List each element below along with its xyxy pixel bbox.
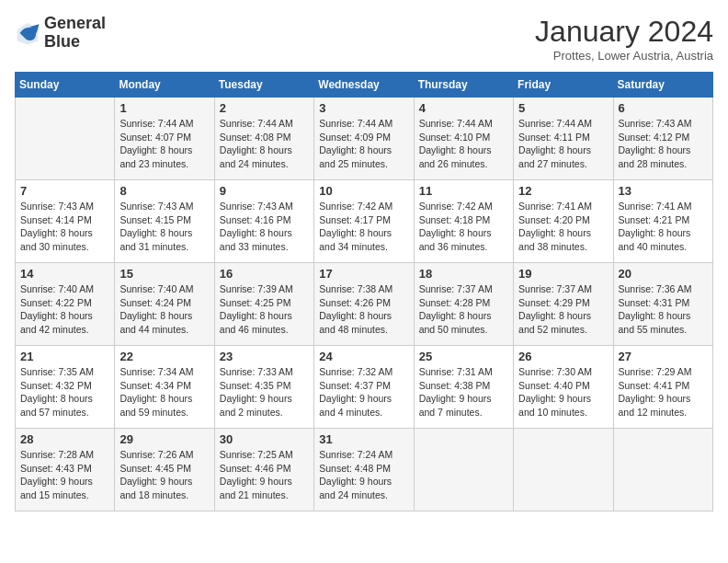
day-info: Sunrise: 7:44 AM Sunset: 4:07 PM Dayligh… (119, 117, 209, 171)
week-row-1: 1Sunrise: 7:44 AM Sunset: 4:07 PM Daylig… (16, 98, 713, 180)
day-info: Sunrise: 7:32 AM Sunset: 4:37 PM Dayligh… (319, 365, 408, 419)
day-info: Sunrise: 7:25 AM Sunset: 4:46 PM Dayligh… (220, 448, 309, 502)
calendar-cell: 19Sunrise: 7:37 AM Sunset: 4:29 PM Dayli… (514, 263, 613, 346)
day-info: Sunrise: 7:44 AM Sunset: 4:09 PM Dayligh… (319, 117, 408, 171)
logo-text: General Blue (44, 15, 106, 52)
logo-line1: General (44, 15, 106, 33)
calendar-cell: 3Sunrise: 7:44 AM Sunset: 4:09 PM Daylig… (314, 98, 414, 180)
column-header-friday: Friday (514, 73, 613, 98)
calendar-cell: 11Sunrise: 7:42 AM Sunset: 4:18 PM Dayli… (414, 180, 513, 263)
column-header-thursday: Thursday (414, 73, 513, 98)
day-number: 24 (319, 350, 408, 363)
week-row-2: 7Sunrise: 7:43 AM Sunset: 4:14 PM Daylig… (16, 180, 713, 263)
day-number: 9 (220, 184, 309, 198)
day-number: 10 (319, 184, 408, 198)
week-row-5: 28Sunrise: 7:28 AM Sunset: 4:43 PM Dayli… (16, 429, 713, 511)
column-header-saturday: Saturday (613, 73, 712, 98)
day-number: 4 (419, 101, 508, 115)
column-header-monday: Monday (115, 73, 214, 98)
logo-line2: Blue (44, 33, 106, 52)
calendar-cell: 13Sunrise: 7:41 AM Sunset: 4:21 PM Dayli… (613, 180, 712, 263)
day-number: 14 (20, 267, 109, 281)
day-info: Sunrise: 7:39 AM Sunset: 4:25 PM Dayligh… (220, 282, 309, 337)
calendar-cell (16, 98, 115, 180)
calendar-cell: 8Sunrise: 7:43 AM Sunset: 4:15 PM Daylig… (115, 180, 214, 263)
calendar-cell: 5Sunrise: 7:44 AM Sunset: 4:11 PM Daylig… (514, 98, 613, 180)
day-info: Sunrise: 7:26 AM Sunset: 4:45 PM Dayligh… (119, 448, 209, 502)
day-number: 25 (419, 350, 508, 363)
day-info: Sunrise: 7:35 AM Sunset: 4:32 PM Dayligh… (20, 365, 109, 419)
day-info: Sunrise: 7:43 AM Sunset: 4:14 PM Dayligh… (20, 200, 109, 254)
calendar-cell (514, 429, 613, 511)
day-number: 16 (220, 267, 309, 281)
day-info: Sunrise: 7:30 AM Sunset: 4:40 PM Dayligh… (518, 365, 608, 419)
calendar-cell: 15Sunrise: 7:40 AM Sunset: 4:24 PM Dayli… (115, 263, 214, 346)
day-number: 1 (119, 101, 209, 115)
day-number: 13 (619, 184, 708, 198)
day-info: Sunrise: 7:43 AM Sunset: 4:15 PM Dayligh… (119, 200, 209, 254)
day-number: 29 (119, 432, 209, 446)
day-number: 2 (220, 101, 309, 115)
day-number: 19 (518, 267, 608, 281)
day-number: 17 (319, 267, 408, 281)
calendar-cell: 14Sunrise: 7:40 AM Sunset: 4:22 PM Dayli… (16, 263, 115, 346)
day-info: Sunrise: 7:43 AM Sunset: 4:12 PM Dayligh… (619, 117, 708, 171)
day-info: Sunrise: 7:44 AM Sunset: 4:10 PM Dayligh… (419, 117, 508, 171)
day-number: 3 (319, 101, 408, 115)
calendar-cell (414, 429, 513, 511)
day-number: 28 (20, 432, 109, 446)
calendar-cell: 29Sunrise: 7:26 AM Sunset: 4:45 PM Dayli… (115, 429, 214, 511)
calendar-cell (613, 429, 712, 511)
calendar-cell: 21Sunrise: 7:35 AM Sunset: 4:32 PM Dayli… (16, 346, 115, 429)
calendar-cell: 30Sunrise: 7:25 AM Sunset: 4:46 PM Dayli… (214, 429, 313, 511)
calendar-cell: 25Sunrise: 7:31 AM Sunset: 4:38 PM Dayli… (414, 346, 513, 429)
title-block: January 2024 Prottes, Lower Austria, Aus… (535, 15, 713, 63)
day-number: 15 (119, 267, 209, 281)
calendar-title: January 2024 (535, 15, 713, 49)
day-number: 8 (119, 184, 209, 198)
day-number: 18 (419, 267, 508, 281)
day-info: Sunrise: 7:43 AM Sunset: 4:16 PM Dayligh… (220, 200, 309, 254)
day-number: 7 (20, 184, 109, 198)
column-header-tuesday: Tuesday (214, 73, 313, 98)
calendar-header: SundayMondayTuesdayWednesdayThursdayFrid… (16, 73, 713, 98)
week-row-4: 21Sunrise: 7:35 AM Sunset: 4:32 PM Dayli… (16, 346, 713, 429)
day-number: 11 (419, 184, 508, 198)
day-number: 20 (619, 267, 708, 281)
calendar-cell: 4Sunrise: 7:44 AM Sunset: 4:10 PM Daylig… (414, 98, 513, 180)
calendar-cell: 17Sunrise: 7:38 AM Sunset: 4:26 PM Dayli… (314, 263, 414, 346)
column-header-wednesday: Wednesday (314, 73, 414, 98)
day-number: 31 (319, 432, 408, 446)
day-info: Sunrise: 7:29 AM Sunset: 4:41 PM Dayligh… (619, 365, 708, 419)
day-number: 23 (220, 350, 309, 363)
day-number: 27 (619, 350, 708, 363)
calendar-subtitle: Prottes, Lower Austria, Austria (535, 49, 713, 63)
column-header-sunday: Sunday (16, 73, 115, 98)
day-info: Sunrise: 7:33 AM Sunset: 4:35 PM Dayligh… (220, 365, 309, 419)
header-row: SundayMondayTuesdayWednesdayThursdayFrid… (16, 73, 713, 98)
calendar-cell: 7Sunrise: 7:43 AM Sunset: 4:14 PM Daylig… (16, 180, 115, 263)
day-number: 26 (518, 350, 608, 363)
day-info: Sunrise: 7:36 AM Sunset: 4:31 PM Dayligh… (619, 282, 708, 337)
day-number: 21 (20, 350, 109, 363)
page-header: General Blue January 2024 Prottes, Lower… (15, 15, 713, 63)
day-info: Sunrise: 7:40 AM Sunset: 4:22 PM Dayligh… (20, 282, 109, 337)
day-info: Sunrise: 7:44 AM Sunset: 4:08 PM Dayligh… (220, 117, 309, 171)
day-info: Sunrise: 7:41 AM Sunset: 4:20 PM Dayligh… (518, 200, 608, 254)
calendar-cell: 31Sunrise: 7:24 AM Sunset: 4:48 PM Dayli… (314, 429, 414, 511)
day-info: Sunrise: 7:37 AM Sunset: 4:28 PM Dayligh… (419, 282, 508, 337)
day-number: 22 (119, 350, 209, 363)
calendar-body: 1Sunrise: 7:44 AM Sunset: 4:07 PM Daylig… (16, 98, 713, 511)
day-info: Sunrise: 7:24 AM Sunset: 4:48 PM Dayligh… (319, 448, 408, 502)
calendar-cell: 12Sunrise: 7:41 AM Sunset: 4:20 PM Dayli… (514, 180, 613, 263)
week-row-3: 14Sunrise: 7:40 AM Sunset: 4:22 PM Dayli… (16, 263, 713, 346)
calendar-cell: 6Sunrise: 7:43 AM Sunset: 4:12 PM Daylig… (613, 98, 712, 180)
calendar-cell: 24Sunrise: 7:32 AM Sunset: 4:37 PM Dayli… (314, 346, 414, 429)
calendar-cell: 20Sunrise: 7:36 AM Sunset: 4:31 PM Dayli… (613, 263, 712, 346)
day-info: Sunrise: 7:28 AM Sunset: 4:43 PM Dayligh… (20, 448, 109, 502)
day-number: 6 (619, 101, 708, 115)
logo: General Blue (15, 15, 106, 52)
day-info: Sunrise: 7:38 AM Sunset: 4:26 PM Dayligh… (319, 282, 408, 337)
day-info: Sunrise: 7:40 AM Sunset: 4:24 PM Dayligh… (119, 282, 209, 337)
calendar-cell: 10Sunrise: 7:42 AM Sunset: 4:17 PM Dayli… (314, 180, 414, 263)
